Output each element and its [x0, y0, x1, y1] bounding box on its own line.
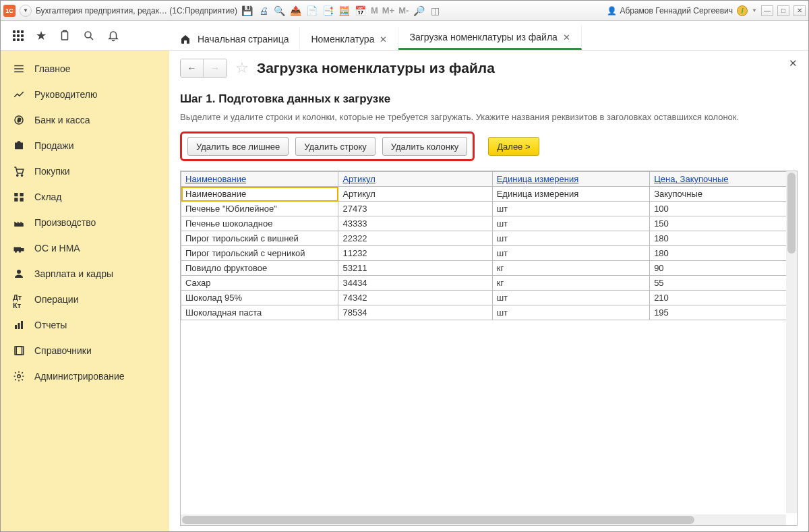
table-cell[interactable]: 74342	[338, 291, 492, 305]
doc-compare-icon[interactable]: 📑	[322, 5, 334, 17]
table-cell[interactable]: 43333	[338, 216, 492, 231]
panels-icon[interactable]: ◫	[429, 5, 441, 17]
table-cell[interactable]: Пирог тирольский с черникой	[181, 246, 338, 261]
table-cell[interactable]: 195	[650, 305, 797, 320]
table-cell[interactable]: Закупочные	[650, 187, 797, 202]
header-link[interactable]: Артикул	[342, 174, 375, 184]
table-cell[interactable]: Наименование	[181, 187, 338, 202]
header-link[interactable]: Наименование	[185, 174, 246, 184]
tab-nomenclature[interactable]: Номенклатура ✕	[300, 27, 398, 50]
table-cell[interactable]: Шоколадная паста	[181, 305, 338, 320]
table-cell[interactable]: 180	[650, 246, 797, 261]
sidebar-item-reports[interactable]: Отчеты	[1, 312, 169, 338]
sidebar-item-admin[interactable]: Администрирование	[1, 363, 169, 389]
tab-import[interactable]: Загрузка номенклатуры из файла ✕	[398, 25, 581, 50]
table-row[interactable]: Пирог тирольский с черникой11232шт180	[181, 246, 797, 261]
nav-back-button[interactable]: ←	[181, 59, 204, 77]
user-label[interactable]: 👤 Абрамов Геннадий Сергеевич	[607, 6, 733, 16]
print-icon[interactable]: 🖨	[258, 5, 270, 17]
horizontal-scrollbar[interactable]	[181, 514, 786, 525]
grid-header[interactable]: Артикул	[338, 172, 492, 187]
table-cell[interactable]: шт	[492, 305, 649, 320]
table-cell[interactable]: 180	[650, 231, 797, 246]
doc-print2-icon[interactable]: 📄	[306, 5, 318, 17]
info-icon[interactable]: i	[737, 5, 748, 16]
next-button[interactable]: Далее >	[488, 137, 539, 156]
table-row[interactable]: Печенье "Юбилейное"27473шт100	[181, 202, 797, 216]
table-cell[interactable]: Печенье шоколадное	[181, 216, 338, 231]
grid-header[interactable]: Наименование	[181, 172, 338, 187]
memory-m[interactable]: M	[371, 5, 378, 16]
table-cell[interactable]: 210	[650, 291, 797, 305]
sidebar-item-assets[interactable]: ОС и НМА	[1, 235, 169, 261]
close-window-button[interactable]: ✕	[793, 5, 806, 16]
search-icon[interactable]	[83, 30, 95, 42]
table-cell[interactable]: Повидло фруктовое	[181, 261, 338, 276]
calendar-icon[interactable]: 📅	[355, 5, 367, 17]
table-row[interactable]: Пирог тирольский с вишней22322шт180	[181, 231, 797, 246]
table-cell[interactable]: 27473	[338, 202, 492, 216]
table-cell[interactable]: шт	[492, 246, 649, 261]
memory-mplus[interactable]: M+	[382, 5, 394, 16]
tab-home[interactable]: Начальная страница	[169, 27, 300, 50]
info-dropdown-icon[interactable]: ▼	[752, 7, 757, 13]
table-cell[interactable]: Артикул	[338, 187, 492, 202]
scrollbar-thumb[interactable]	[182, 516, 694, 524]
table-row[interactable]: Печенье шоколадное43333шт150	[181, 216, 797, 231]
sidebar-item-manager[interactable]: Руководителю	[1, 82, 169, 107]
scrollbar-thumb[interactable]	[787, 173, 796, 254]
table-cell[interactable]: шт	[492, 291, 649, 305]
sidebar-item-warehouse[interactable]: Склад	[1, 184, 169, 210]
table-row[interactable]: Повидло фруктовое53211кг90	[181, 261, 797, 276]
vertical-scrollbar[interactable]	[786, 171, 797, 513]
delete-row-button[interactable]: Удалить строку	[295, 137, 376, 156]
table-cell[interactable]: кг	[492, 261, 649, 276]
table-cell[interactable]: шт	[492, 202, 649, 216]
tab-close-icon[interactable]: ✕	[563, 32, 570, 42]
memory-mminus[interactable]: M-	[398, 5, 409, 16]
table-cell[interactable]: Печенье "Юбилейное"	[181, 202, 338, 216]
table-cell[interactable]: 78534	[338, 305, 492, 320]
table-cell[interactable]: Пирог тирольский с вишней	[181, 231, 338, 246]
zoom-icon[interactable]: 🔎	[413, 5, 425, 17]
table-cell[interactable]: кг	[492, 276, 649, 291]
star-icon[interactable]: ★	[36, 28, 47, 43]
bell-icon[interactable]	[107, 30, 119, 42]
table-cell[interactable]: шт	[492, 231, 649, 246]
table-cell[interactable]: 11232	[338, 246, 492, 261]
sidebar-item-catalogs[interactable]: Справочники	[1, 338, 169, 363]
table-cell[interactable]: Шоколад 95%	[181, 291, 338, 305]
sidebar-item-main[interactable]: Главное	[1, 56, 169, 82]
sidebar-item-operations[interactable]: Дт КтОперации	[1, 287, 169, 312]
sidebar-item-purchases[interactable]: Покупки	[1, 158, 169, 184]
grid-header[interactable]: Единица измерения	[492, 172, 649, 187]
sidebar-item-bank[interactable]: ₽Банк и касса	[1, 107, 169, 133]
delete-column-button[interactable]: Удалить колонку	[382, 137, 468, 156]
calculator-icon[interactable]: 🧮	[338, 5, 351, 17]
preview-icon[interactable]: 🔍	[274, 5, 286, 17]
table-cell[interactable]: 150	[650, 216, 797, 231]
table-cell[interactable]: 55	[650, 276, 797, 291]
header-link[interactable]: Единица измерения	[497, 174, 579, 184]
delete-all-extra-button[interactable]: Удалить все лишнее	[187, 137, 289, 156]
sidebar-item-salary[interactable]: Зарплата и кадры	[1, 261, 169, 287]
table-cell[interactable]: 34434	[338, 276, 492, 291]
table-row[interactable]: Сахар34434кг55	[181, 276, 797, 291]
grid-header[interactable]: Цена, Закупочные	[650, 172, 797, 187]
minimize-button[interactable]: —	[761, 5, 773, 16]
app-menu-dropdown[interactable]: ▼	[20, 5, 32, 17]
table-cell[interactable]: 53211	[338, 261, 492, 276]
table-cell[interactable]: Единица измерения	[492, 187, 649, 202]
table-row[interactable]: НаименованиеАртикулЕдиница измеренияЗаку…	[181, 187, 797, 202]
table-cell[interactable]: Сахар	[181, 276, 338, 291]
data-grid[interactable]: Наименование Артикул Единица измерения Ц…	[181, 171, 797, 320]
maximize-button[interactable]: □	[777, 5, 789, 16]
table-cell[interactable]: 22322	[338, 231, 492, 246]
table-row[interactable]: Шоколадная паста78534шт195	[181, 305, 797, 320]
doc-send-icon[interactable]: 📤	[290, 5, 302, 17]
table-cell[interactable]: шт	[492, 216, 649, 231]
table-cell[interactable]: 90	[650, 261, 797, 276]
clipboard-icon[interactable]	[59, 30, 71, 42]
header-link[interactable]: Цена, Закупочные	[654, 174, 728, 184]
apps-grid-icon[interactable]	[13, 30, 24, 41]
